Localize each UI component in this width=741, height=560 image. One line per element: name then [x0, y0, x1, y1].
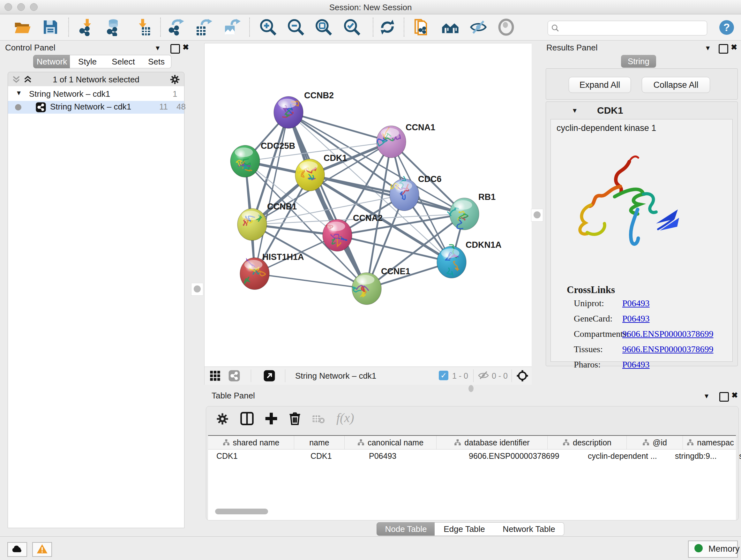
zoom-selected-icon: [343, 18, 361, 36]
refresh-button[interactable]: [379, 18, 396, 36]
table-row[interactable]: CDK1CDK1P064939606.ENSP00000378699cyclin…: [208, 449, 736, 462]
collapse-panel-icon[interactable]: ▾: [156, 44, 159, 52]
cell[interactable]: P06493: [360, 449, 461, 462]
network-view[interactable]: CCNB2CCNA1CDC25BCDK1CDC6RB1CCNB1CCNA2CDK…: [204, 43, 532, 385]
close-panel-icon[interactable]: ✖: [731, 391, 738, 400]
zoom-out-button[interactable]: [287, 18, 305, 36]
hidden-eye-icon[interactable]: [478, 371, 489, 380]
tab-network[interactable]: Network: [33, 55, 71, 68]
column-header-label: namespac: [697, 438, 734, 447]
column-header--id[interactable]: @id: [627, 436, 683, 449]
expand-all-button[interactable]: Expand All: [569, 77, 631, 93]
cell[interactable]: CDK1: [208, 449, 302, 462]
column-type-icon: [454, 439, 461, 446]
gear-icon[interactable]: [170, 74, 180, 85]
zoom-in-button[interactable]: [259, 18, 277, 36]
column-header-database-identifier[interactable]: database identifier: [436, 436, 548, 449]
column-header-label: name: [309, 438, 329, 447]
collapse-all-button[interactable]: Collapse All: [642, 77, 710, 93]
edge-CCNB2-HIST1H1A[interactable]: [255, 112, 288, 273]
cell[interactable]: stringdb: [731, 449, 741, 462]
crosslink-link[interactable]: P06493: [622, 314, 650, 324]
vertical-splitter-right[interactable]: [532, 42, 542, 387]
select-columns-icon[interactable]: [240, 412, 254, 426]
tab-edge-table[interactable]: Edge Table: [434, 522, 494, 536]
add-column-icon[interactable]: [264, 412, 278, 426]
close-panel-icon[interactable]: ✖: [183, 43, 189, 52]
node-CCNA1[interactable]: CCNA1: [377, 123, 435, 158]
node-CCNE1[interactable]: CCNE1: [352, 266, 410, 305]
search-input[interactable]: [562, 22, 704, 34]
collapse-panel-icon[interactable]: ▾: [706, 44, 710, 52]
fit-content-button[interactable]: [315, 18, 333, 36]
cell[interactable]: 9606.ENSP00000378699: [461, 449, 580, 462]
warning-button[interactable]: [32, 542, 52, 557]
edge-CCNA2-CDKN1A[interactable]: [337, 235, 452, 262]
export-image-button[interactable]: [223, 18, 241, 36]
network-row-selected[interactable]: String Network – cdk1 11 48: [8, 101, 184, 114]
database-icon: [105, 18, 122, 36]
horizontal-scrollbar[interactable]: [215, 509, 268, 514]
column-header-description[interactable]: description: [548, 436, 627, 449]
string-home-button[interactable]: [441, 18, 459, 36]
import-network-icon: [77, 18, 95, 36]
tab-string[interactable]: String: [621, 55, 656, 68]
memory-button[interactable]: Memory: [688, 541, 738, 558]
cell[interactable]: cyclin-dependent ...: [580, 449, 667, 462]
delete-table-icon: [312, 414, 325, 424]
vertical-splitter-left[interactable]: [191, 42, 203, 531]
grid-view-icon[interactable]: [210, 370, 220, 381]
zoom-selected-button[interactable]: [343, 18, 361, 36]
crosslink-link[interactable]: 9606.ENSP00000378699: [622, 344, 713, 354]
open-in-window-icon[interactable]: [263, 370, 275, 382]
share-document-button[interactable]: [413, 18, 431, 36]
tab-network-table[interactable]: Network Table: [494, 522, 564, 536]
column-header-shared-name[interactable]: shared name: [208, 436, 294, 449]
network-canvas[interactable]: CCNB2CCNA1CDC25BCDK1CDC6RB1CCNB1CCNA2CDK…: [205, 44, 532, 367]
node-CDKN1A[interactable]: CDKN1A: [437, 240, 502, 278]
cloud-button[interactable]: [7, 542, 27, 557]
network-thumbnail-icon[interactable]: [228, 370, 240, 382]
zoom-in-icon: [259, 18, 277, 36]
selected-checkbox[interactable]: ✓: [439, 371, 448, 380]
tab-sets[interactable]: Sets: [142, 55, 172, 68]
import-network-file-button[interactable]: [77, 18, 95, 36]
export-network-button[interactable]: [167, 18, 185, 36]
section-expanded-arrow-icon[interactable]: ▼: [571, 107, 578, 114]
crosslink-link[interactable]: 9606.ENSP00000378699: [622, 329, 713, 339]
tab-node-table[interactable]: Node Table: [377, 522, 435, 536]
tab-style[interactable]: Style: [70, 55, 105, 68]
crosslink-link[interactable]: P06493: [622, 360, 650, 370]
float-panel-icon[interactable]: [171, 44, 180, 54]
edge-HIST1H1A-CCNE1[interactable]: [255, 273, 367, 289]
open-session-button[interactable]: [13, 18, 31, 36]
column-header-canonical-name[interactable]: canonical name: [345, 436, 436, 449]
column-header-namespac[interactable]: namespac: [683, 436, 738, 449]
table-gear-icon[interactable]: [216, 412, 229, 426]
hide-unhide-button[interactable]: [469, 18, 487, 36]
column-header-name[interactable]: name: [294, 436, 345, 449]
import-network-database-button[interactable]: [105, 18, 122, 36]
export-table-button[interactable]: [194, 18, 212, 36]
float-panel-icon[interactable]: [719, 44, 728, 54]
network-collection-row[interactable]: ▼ String Network – cdk1 1: [8, 88, 184, 101]
float-panel-icon[interactable]: [719, 392, 729, 401]
collapse-panel-icon[interactable]: ▾: [704, 391, 709, 400]
splitter-handle[interactable]: [191, 283, 203, 296]
birds-eye-toggle-icon[interactable]: [516, 369, 529, 382]
close-panel-icon[interactable]: ✖: [731, 43, 737, 52]
splitter-handle[interactable]: [531, 209, 543, 222]
cell[interactable]: CDK1: [302, 449, 360, 462]
tab-select[interactable]: Select: [105, 55, 142, 68]
save-session-button[interactable]: [42, 18, 59, 36]
highlight-button[interactable]: [497, 18, 515, 36]
cell[interactable]: stringdb:9...: [667, 449, 731, 462]
node-HIST1H1A[interactable]: HIST1H1A: [240, 252, 304, 290]
delete-column-icon[interactable]: [288, 412, 302, 426]
help-button[interactable]: ?: [719, 19, 737, 37]
import-table-file-button[interactable]: [134, 18, 151, 36]
crosslink-link[interactable]: P06493: [622, 298, 650, 308]
node-table[interactable]: shared namenamecanonical namedatabase id…: [208, 435, 736, 520]
node-RB1[interactable]: RB1: [448, 192, 495, 230]
expanded-arrow-icon[interactable]: ▼: [16, 89, 22, 97]
